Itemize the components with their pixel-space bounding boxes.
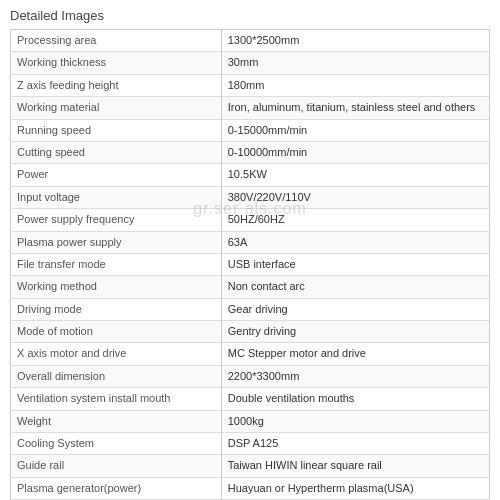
table-row: Cutting speed0-10000mm/min [11,141,490,163]
row-value: 63A [221,231,489,253]
row-label: Z axis feeding height [11,74,222,96]
row-value: Gear driving [221,298,489,320]
row-value: Iron, aluminum, titanium, stainless stee… [221,97,489,119]
table-row: Working materialIron, aluminum, titanium… [11,97,490,119]
table-row: Ventilation system install mouthDouble v… [11,388,490,410]
row-value: Non contact arc [221,276,489,298]
row-value: 10.5KW [221,164,489,186]
row-value: Double ventilation mouths [221,388,489,410]
row-value: 50HZ/60HZ [221,209,489,231]
row-value: Gentry driving [221,321,489,343]
row-label: Mode of motion [11,321,222,343]
table-row: Cooling SystemDSP A125 [11,433,490,455]
row-label: File transfer mode [11,253,222,275]
row-label: Power [11,164,222,186]
row-label: Working method [11,276,222,298]
table-row: X axis motor and driveMC Stepper motor a… [11,343,490,365]
row-value: Huayuan or Hypertherm plasma(USA) [221,477,489,499]
row-label: Weight [11,410,222,432]
row-value: 1300*2500mm [221,30,489,52]
section-title: Detailed Images [10,8,490,23]
row-value: MC Stepper motor and drive [221,343,489,365]
table-row: Plasma power supply63A [11,231,490,253]
table-row: Weight1000kg [11,410,490,432]
row-value: USB interface [221,253,489,275]
row-label: Overall dimension [11,365,222,387]
row-label: Driving mode [11,298,222,320]
row-label: Ventilation system install mouth [11,388,222,410]
row-value: 30mm [221,52,489,74]
table-row: Overall dimension2200*3300mm [11,365,490,387]
table-row: Working thickness30mm [11,52,490,74]
row-value: 0-10000mm/min [221,141,489,163]
table-row: Working methodNon contact arc [11,276,490,298]
table-row: Processing area1300*2500mm [11,30,490,52]
row-label: Input voltage [11,186,222,208]
table-row: Mode of motionGentry driving [11,321,490,343]
table-row: Z axis feeding height180mm [11,74,490,96]
table-row: Power supply frequency50HZ/60HZ [11,209,490,231]
table-row: File transfer modeUSB interface [11,253,490,275]
page-container: Detailed Images gr.ser als.com Processin… [0,0,500,500]
table-row: Driving modeGear driving [11,298,490,320]
row-label: Guide rail [11,455,222,477]
row-value: 1000kg [221,410,489,432]
row-label: Cooling System [11,433,222,455]
row-value: 0-15000mm/min [221,119,489,141]
table-row: Running speed0-15000mm/min [11,119,490,141]
row-label: X axis motor and drive [11,343,222,365]
row-label: Running speed [11,119,222,141]
table-row: Input voltage380V/220V/110V [11,186,490,208]
row-value: DSP A125 [221,433,489,455]
table-row: Plasma generator(power)Huayuan or Hypert… [11,477,490,499]
row-value: Taiwan HIWIN linear square rail [221,455,489,477]
row-label: Plasma generator(power) [11,477,222,499]
row-label: Processing area [11,30,222,52]
row-value: 180mm [221,74,489,96]
row-label: Working thickness [11,52,222,74]
row-label: Plasma power supply [11,231,222,253]
table-row: Guide railTaiwan HIWIN linear square rai… [11,455,490,477]
row-value: 2200*3300mm [221,365,489,387]
specs-table: Processing area1300*2500mmWorking thickn… [10,29,490,500]
row-label: Cutting speed [11,141,222,163]
row-label: Power supply frequency [11,209,222,231]
table-row: Power10.5KW [11,164,490,186]
row-value: 380V/220V/110V [221,186,489,208]
row-label: Working material [11,97,222,119]
